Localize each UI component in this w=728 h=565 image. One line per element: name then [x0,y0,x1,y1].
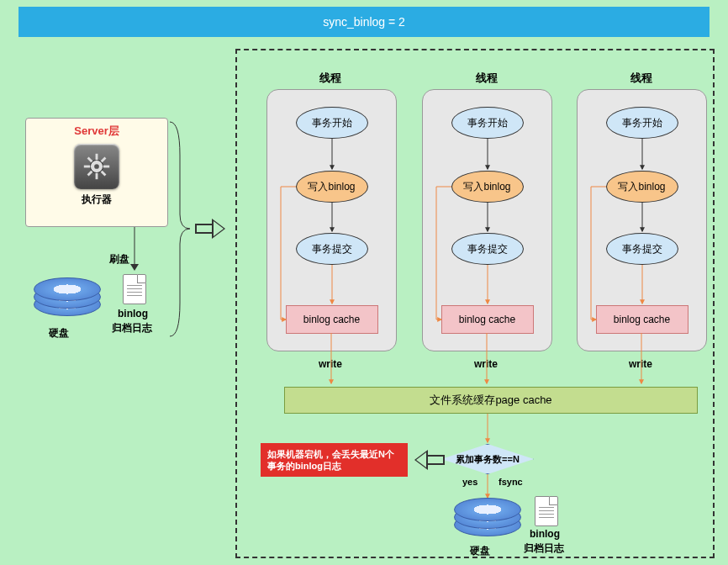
binlog-left-1: binlog [118,308,148,319]
arrow-to-threads [195,219,229,239]
flush-label: 刷盘 [109,252,129,267]
server-box: Server层 执行器 [25,118,168,227]
svg-line-8 [88,172,92,176]
thread-box-2: 事务开始 写入binlog 事务提交 binlog cache [422,89,552,351]
binlog-left-2: 归档日志 [112,321,152,335]
step-start-1: 事务开始 [296,107,368,139]
executor-label: 执行器 [26,193,167,207]
warning-box: 如果机器宕机，会丢失最近N个事务的binlog日志 [261,443,408,477]
binlog-bottom-2: 归档日志 [524,541,564,556]
step-write-2: 写入binlog [451,171,524,203]
file-icon-left [123,274,146,304]
write-2: write [474,358,498,370]
title-text: sync_binlog = 2 [323,15,405,29]
disk-stack-left [34,277,101,325]
binlog-cache-3: binlog cache [596,305,688,334]
step-commit-3: 事务提交 [606,233,678,265]
thread-box-1: 事务开始 写入binlog 事务提交 binlog cache [266,89,397,351]
thread-box-3: 事务开始 写入binlog 事务提交 binlog cache [577,89,707,351]
title-bar: sync_binlog = 2 [18,7,710,37]
disk-label-bottom: 硬盘 [470,544,490,558]
step-start-2: 事务开始 [451,107,524,139]
disk-label-left: 硬盘 [49,326,69,341]
svg-line-6 [102,172,106,176]
thread-label-3: 线程 [630,71,652,86]
step-write-3: 写入binlog [606,171,678,203]
binlog-cache-2: binlog cache [441,305,534,334]
server-title: Server层 [26,124,167,139]
step-write-1: 写入binlog [296,171,368,203]
binlog-cache-1: binlog cache [286,305,378,334]
write-3: write [629,358,652,370]
svg-point-9 [94,164,99,169]
page-cache: 文件系统缓存page cache [284,387,698,414]
step-commit-1: 事务提交 [296,233,368,265]
step-commit-2: 事务提交 [451,233,524,265]
fsync-label: fsync [499,477,523,487]
file-icon-bottom [535,496,558,526]
thread-label-2: 线程 [476,71,498,86]
gear-icon [74,144,119,189]
write-1: write [319,358,342,370]
svg-line-7 [102,158,106,162]
yes-label: yes [462,477,477,487]
disk-stack-bottom [454,498,521,545]
binlog-bottom-1: binlog [530,528,560,540]
step-start-3: 事务开始 [606,107,678,139]
svg-line-5 [88,158,92,162]
thread-label-1: 线程 [319,71,341,86]
arrow-to-warning [411,450,445,470]
